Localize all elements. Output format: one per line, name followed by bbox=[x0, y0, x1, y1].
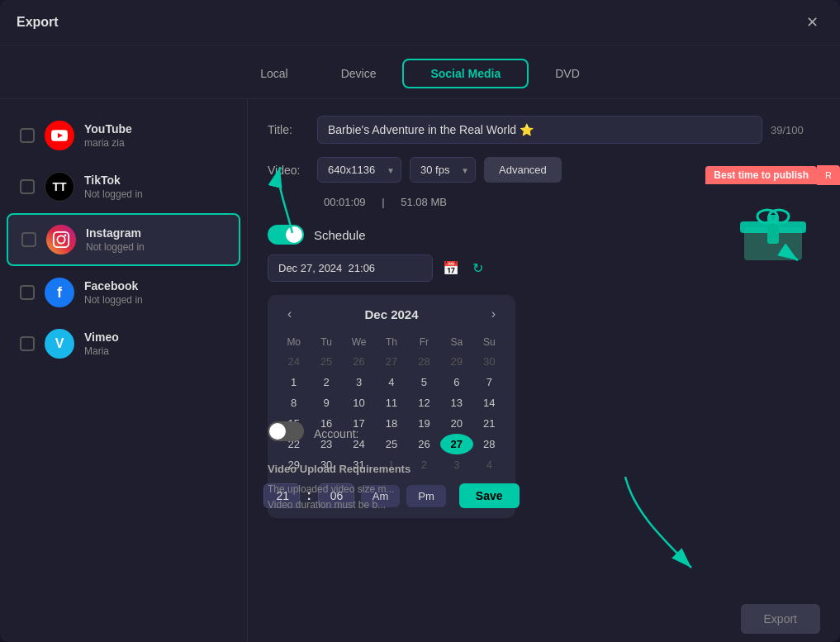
cal-day[interactable]: 2 bbox=[310, 372, 342, 392]
best-time-badge: R bbox=[817, 165, 840, 185]
instagram-icon bbox=[46, 225, 76, 254]
tab-dvd[interactable]: DVD bbox=[529, 59, 606, 88]
next-month-btn[interactable]: › bbox=[485, 305, 502, 323]
date-input[interactable] bbox=[268, 254, 433, 282]
export-button[interactable]: Export bbox=[741, 604, 820, 634]
youtube-info: YouTube maria zia bbox=[84, 122, 227, 149]
platform-instagram[interactable]: Instagram Not logged in bbox=[7, 213, 240, 266]
tiktok-status: Not logged in bbox=[84, 188, 227, 200]
requirements-section: Video Upload Requirements The uploaded v… bbox=[268, 463, 411, 513]
cal-day[interactable]: 18 bbox=[375, 413, 407, 434]
window-title: Export bbox=[17, 15, 59, 30]
calendar-row-2: 8 9 10 11 12 13 14 bbox=[278, 392, 505, 413]
cal-day-today[interactable]: 27 bbox=[440, 434, 472, 454]
video-label: Video: bbox=[268, 164, 309, 177]
fps-wrapper: 30 fps bbox=[410, 157, 476, 183]
calendar-row-3: 15 16 17 18 19 20 21 bbox=[278, 413, 505, 434]
pm-button[interactable]: Pm bbox=[406, 485, 446, 507]
cal-day[interactable]: 2 bbox=[408, 454, 440, 475]
facebook-checkbox[interactable] bbox=[20, 285, 35, 300]
resolution-select[interactable]: 640x1136 bbox=[317, 157, 401, 183]
cal-day[interactable]: 12 bbox=[408, 392, 440, 413]
close-button[interactable]: ✕ bbox=[801, 12, 823, 33]
weekday-su: Su bbox=[473, 333, 505, 351]
cal-day[interactable]: 4 bbox=[375, 372, 407, 392]
cal-day[interactable]: 24 bbox=[278, 351, 310, 372]
best-time-panel: Best time to publish R bbox=[705, 165, 840, 268]
cal-day[interactable]: 5 bbox=[408, 372, 440, 392]
cal-day[interactable]: 21 bbox=[473, 413, 505, 434]
instagram-info: Instagram Not logged in bbox=[86, 226, 225, 253]
youtube-status: maria zia bbox=[84, 137, 227, 149]
instagram-status: Not logged in bbox=[86, 241, 225, 253]
cal-day[interactable]: 13 bbox=[440, 392, 472, 413]
title-label: Title: bbox=[268, 123, 309, 136]
vimeo-checkbox[interactable] bbox=[20, 336, 35, 351]
platform-tiktok[interactable]: TT TikTok Not logged in bbox=[7, 162, 240, 212]
calendar-row-1: 1 2 3 4 5 6 7 bbox=[278, 372, 505, 392]
title-row: Title: 39/100 bbox=[268, 116, 820, 144]
advanced-button[interactable]: Advanced bbox=[484, 157, 562, 183]
platform-facebook[interactable]: f Facebook Not logged in bbox=[7, 268, 240, 317]
tiktok-checkbox[interactable] bbox=[20, 179, 35, 194]
cal-day[interactable]: 9 bbox=[310, 392, 342, 413]
tiktok-info: TikTok Not logged in bbox=[84, 174, 227, 200]
requirements-line2: Video duration must be b... bbox=[268, 497, 411, 513]
cal-day[interactable]: 30 bbox=[473, 351, 505, 372]
calendar-icon-btn[interactable]: 📅 bbox=[439, 257, 463, 279]
resolution-wrapper: 640x1136 bbox=[317, 157, 401, 183]
youtube-name: YouTube bbox=[84, 122, 227, 136]
cal-day[interactable]: 26 bbox=[343, 351, 375, 372]
fps-select[interactable]: 30 fps bbox=[410, 157, 476, 183]
save-arrow bbox=[609, 468, 708, 584]
tab-social-media[interactable]: Social Media bbox=[402, 59, 529, 88]
tab-local[interactable]: Local bbox=[234, 59, 314, 88]
weekday-we: We bbox=[343, 333, 375, 351]
account-toggle[interactable] bbox=[268, 421, 304, 441]
second-toggle-row bbox=[268, 421, 304, 445]
cal-day[interactable]: 28 bbox=[473, 434, 505, 454]
cal-day[interactable]: 20 bbox=[440, 413, 472, 434]
instagram-checkbox[interactable] bbox=[21, 232, 36, 247]
cal-day[interactable]: 25 bbox=[375, 434, 407, 454]
cal-day[interactable]: 14 bbox=[473, 392, 505, 413]
calendar-header: ‹ Dec 2024 › bbox=[278, 305, 505, 323]
calendar-row-0: 24 25 26 27 28 29 30 bbox=[278, 351, 505, 372]
cal-day[interactable]: 29 bbox=[440, 351, 472, 372]
vimeo-name: Vimeo bbox=[84, 331, 227, 344]
title-count: 39/100 bbox=[771, 124, 820, 136]
export-window: Export ✕ Local Device Social Media DVD Y… bbox=[0, 0, 840, 642]
cal-day[interactable]: 26 bbox=[408, 434, 440, 454]
tab-device[interactable]: Device bbox=[315, 59, 403, 88]
weekday-fr: Fr bbox=[408, 333, 440, 351]
cal-day[interactable]: 27 bbox=[375, 351, 407, 372]
cal-day[interactable]: 10 bbox=[343, 392, 375, 413]
calendar-month-year: Dec 2024 bbox=[364, 307, 418, 321]
cal-day[interactable]: 28 bbox=[408, 351, 440, 372]
titlebar: Export ✕ bbox=[0, 0, 840, 45]
best-time-illustration bbox=[736, 198, 810, 268]
cal-day[interactable]: 3 bbox=[440, 454, 472, 475]
tiktok-icon: TT bbox=[45, 172, 74, 202]
cal-day[interactable]: 8 bbox=[278, 392, 310, 413]
save-time-button[interactable]: Save bbox=[459, 483, 520, 508]
cal-day[interactable]: 19 bbox=[408, 413, 440, 434]
title-input[interactable] bbox=[317, 116, 762, 144]
cal-day[interactable]: 25 bbox=[310, 351, 342, 372]
refresh-icon-btn[interactable]: ↻ bbox=[469, 257, 486, 279]
cal-day[interactable]: 4 bbox=[473, 454, 505, 475]
cal-day[interactable]: 6 bbox=[440, 372, 472, 392]
platform-vimeo[interactable]: V Vimeo Maria bbox=[7, 319, 240, 369]
cal-day[interactable]: 1 bbox=[278, 372, 310, 392]
cal-day[interactable]: 3 bbox=[343, 372, 375, 392]
platform-youtube[interactable]: YouTube maria zia bbox=[7, 111, 240, 160]
cal-day[interactable]: 7 bbox=[473, 372, 505, 392]
best-time-label: Best time to publish bbox=[705, 166, 817, 184]
facebook-info: Facebook Not logged in bbox=[84, 279, 227, 306]
account-toggle-knob bbox=[269, 423, 286, 440]
schedule-toggle[interactable] bbox=[268, 225, 304, 245]
platform-sidebar: YouTube maria zia TT TikTok Not logged i… bbox=[0, 99, 248, 642]
youtube-checkbox[interactable] bbox=[20, 128, 35, 143]
cal-day[interactable]: 11 bbox=[375, 392, 407, 413]
prev-month-btn[interactable]: ‹ bbox=[281, 305, 298, 323]
